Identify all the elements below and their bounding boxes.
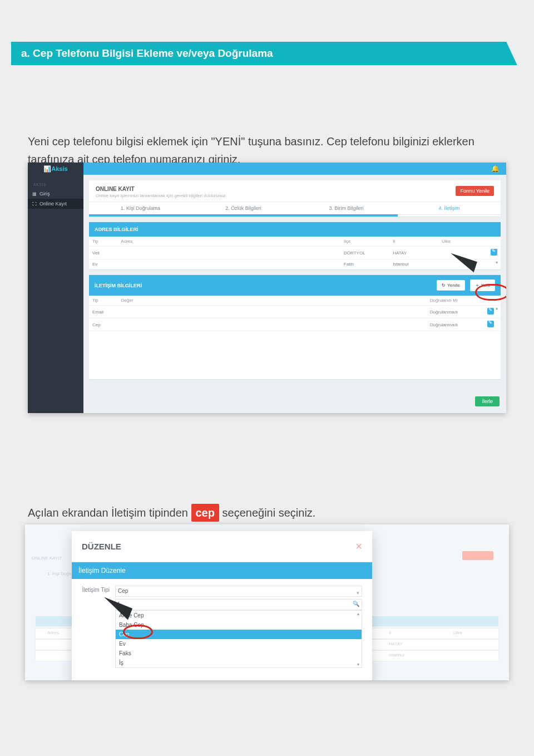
cell: Fatih [340,259,389,269]
scroll-up-icon[interactable]: ▴ [355,611,361,616]
plus-icon: ＋ [475,282,479,288]
ilerle-button[interactable]: İlerle [475,396,500,406]
formu-yenile-button[interactable]: Formu Yenile [456,186,494,196]
card-title: ONLINE KAYIT [96,186,227,192]
cell [118,318,427,331]
screenshot-2: ONLINE KAYIT 1. Kişi Doğrulama Adres İl … [25,524,509,680]
search-icon: 🔍 [353,601,359,607]
cell: Ev [89,259,117,269]
iletisim-panel: İLETİŞİM BİLGİLERİ ↻ Yenile ＋ Yeni Tip [89,275,501,379]
screenshot-1: 🔔 📊 Aksis AKSİS ▦ Giriş ⛶ Online Kayıt O… [28,163,506,413]
col-deger: Değer [118,296,427,306]
cell: Cep [89,318,118,331]
panel-title: ADRES BİLGİLERİ [95,227,139,232]
table-header-row: Tip Adres İlçe İl Ülke [89,237,501,247]
cell: Email [89,306,118,318]
cell: DÖRTYOL [340,247,389,259]
cell: İstanbul [389,259,438,269]
iletisim-tipi-select[interactable]: Cep ▾ [115,586,362,597]
cell: Doğrulanmadı [427,318,484,331]
faint-cell: HATAY [389,641,403,646]
modal-title: DÜZENLE [82,542,121,551]
step-1[interactable]: 1. Kişi Doğrulama [89,202,192,214]
table-row[interactable]: Email Doğrulanmadı [89,306,501,318]
cell: Doğrulanmadı [427,306,484,318]
card-subtitle: Online kayıt işleminizi tamamlamak için … [96,193,227,198]
table-row[interactable]: Ev Fatih İstanbul [89,259,501,269]
sidebar-item-online-kayit[interactable]: ⛶ Online Kayıt [28,199,83,209]
text: seçeneğini seçiniz. [222,507,316,519]
adres-panel: ADRES BİLGİLERİ Tip Adres İlçe İl Ülke V… [89,222,501,269]
option-is[interactable]: İş [116,658,362,667]
instruction-paragraph-2: Açılan ekrandan İletişim tipinden cep se… [28,504,495,522]
cell [117,259,340,269]
refresh-icon: ↻ [442,283,446,288]
brand-label: Aksis [51,165,67,172]
topbar: 🔔 [28,163,506,175]
cell [118,306,427,318]
wizard-steps: 1. Kişi Doğrulama 2. Özlük Bilgileri 3. … [89,202,501,214]
modal-body: İletişim Tipi Cep ▾ 🔍 Anne Cep Baba Cep [72,579,372,676]
section-banner-title: a. Cep Telefonu Bilgisi Ekleme ve/veya D… [21,47,273,60]
modal-subheader: İletişim Düzenle [72,562,372,579]
scroll-down-icon[interactable]: ▾ [355,662,361,667]
select-options: Anne Cep Baba Cep Cep Ev Faks İş ▴ ▾ [115,610,362,668]
table-row[interactable]: Veli DÖRTYOL HATAY [89,247,501,259]
expand-icon: ⛶ [32,202,37,207]
search-input[interactable] [116,600,355,608]
main-content: ONLINE KAYIT Online kayıt işleminizi tam… [83,175,506,413]
option-cep[interactable]: Cep [116,630,362,639]
modal-title-bar: DÜZENLE × [72,531,372,562]
cell: Veli [89,247,117,259]
adres-table: Tip Adres İlçe İl Ülke Veli DÖRTYOL HATA… [89,237,501,269]
scroll-up-icon[interactable]: ▴ [494,306,500,311]
col-ulke: Ülke [438,237,487,247]
select-value: Cep [118,588,128,594]
table-header-row: Tip Değer Doğrulandı Mı [89,296,501,306]
faint-col: Adres [47,630,59,635]
edit-icon[interactable] [487,308,494,315]
sidebar-item-label: Online Kayıt [39,201,67,207]
step-4[interactable]: 4. İletişim [398,202,501,214]
table-row[interactable]: Cep Doğrulanmadı [89,318,501,331]
brand: 📊 Aksis [28,163,83,175]
card-header: ONLINE KAYIT Online kayıt işleminizi tam… [89,180,501,202]
option-faks[interactable]: Faks [116,649,362,658]
col-il: İl [389,237,438,247]
option-ev[interactable]: Ev [116,639,362,649]
online-kayit-card: ONLINE KAYIT Online kayıt işleminizi tam… [89,180,501,217]
edit-icon[interactable] [487,321,494,327]
faint-col: Ülke [453,630,462,635]
scroll-down-icon[interactable]: ▾ [494,260,500,266]
faint-card-title: ONLINE KAYIT [32,556,62,561]
faint-col: İl [389,630,391,635]
cell [117,247,340,259]
step-2[interactable]: 2. Özlük Bilgileri [192,202,295,214]
scroll-up-icon[interactable]: ▴ [494,247,500,252]
sidebar-item-label: Giriş [39,191,50,197]
sidebar: 📊 Aksis AKSİS ▦ Giriş ⛶ Online Kayıt [28,163,83,413]
col-ilce: İlçe [340,237,389,247]
yenile-button[interactable]: ↻ Yenile [437,280,465,291]
col-adres: Adres [117,237,340,247]
button-label: Yeni [481,283,490,288]
col-tip: Tip [89,296,118,306]
faint-cell: İstanbul [389,652,404,657]
iletisim-panel-header: İLETİŞİM BİLGİLERİ ↻ Yenile ＋ Yeni [89,275,501,296]
select-search[interactable]: 🔍 [115,599,362,610]
sidebar-item-giris[interactable]: ▦ Giriş [28,189,83,199]
step-3[interactable]: 3. Birim Bilgileri [295,202,398,214]
dashboard-icon: ▦ [32,192,37,197]
option-anne-cep[interactable]: Anne Cep [116,611,362,620]
yeni-button[interactable]: ＋ Yeni [470,279,495,291]
close-icon[interactable]: × [355,540,362,553]
bell-icon[interactable]: 🔔 [491,165,500,173]
col-dogr: Doğrulandı Mı [427,296,484,306]
panel-title: İLETİŞİM BİLGİLERİ [95,283,142,288]
faint-formu-yenile [462,551,493,560]
option-baba-cep[interactable]: Baba Cep [116,620,362,630]
text: Açılan ekrandan İletişim tipinden [28,507,191,519]
col-tip: Tip [89,237,117,247]
iletisim-table: Tip Değer Doğrulandı Mı Email Doğrulanma… [89,296,501,331]
chevron-down-icon: ▾ [357,588,359,598]
